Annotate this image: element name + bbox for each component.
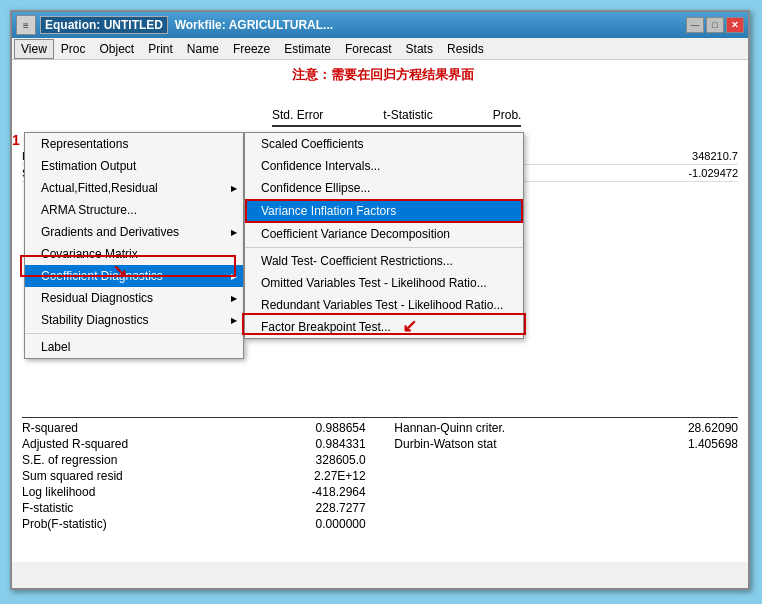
- menu-estimation-output[interactable]: Estimation Output: [25, 155, 243, 177]
- menu-confidence-intervals[interactable]: Confidence Intervals...: [245, 155, 523, 177]
- stats-section: R-squared0.988654 Adjusted R-squared0.98…: [22, 417, 738, 532]
- menu-stability-diagnostics[interactable]: Stability Diagnostics: [25, 309, 243, 331]
- menu-actual-fitted[interactable]: Actual,Fitted,Residual: [25, 177, 243, 199]
- menu-confidence-ellipse[interactable]: Confidence Ellipse...: [245, 177, 523, 199]
- menu-forecast[interactable]: Forecast: [338, 39, 399, 59]
- stats-right: Hannan-Quinn criter.28.62090 Durbin-Wats…: [394, 420, 738, 532]
- table-headers: Std. Error t-Statistic Prob.: [272, 108, 521, 127]
- menu-bar: View Proc Object Print Name Freeze Estim…: [12, 38, 748, 60]
- title-bar-title: Equation: UNTITLED Workfile: AGRICULTURA…: [40, 18, 686, 32]
- menu-view[interactable]: View: [14, 39, 54, 59]
- menu-vif[interactable]: Variance Inflation Factors: [245, 199, 523, 223]
- header-prob: Prob.: [493, 108, 522, 122]
- menu-label[interactable]: Label: [25, 336, 243, 358]
- step-2-arrow: ↘: [112, 260, 127, 282]
- coeff-diagnostics-submenu: Scaled Coefficients Confidence Intervals…: [244, 132, 524, 339]
- menu-representations[interactable]: Representations: [25, 133, 243, 155]
- restore-button[interactable]: □: [706, 17, 724, 33]
- menu-proc[interactable]: Proc: [54, 39, 93, 59]
- menu-covariance[interactable]: Covariance Matrix: [25, 243, 243, 265]
- menu-scaled-coefficients[interactable]: Scaled Coefficients: [245, 133, 523, 155]
- content-area: 注意：需要在回归方程结果界面 Std. Error t-Statistic Pr…: [12, 60, 748, 562]
- menu-factor-breakpoint[interactable]: Factor Breakpoint Test...: [245, 316, 523, 338]
- menu-omitted-variables[interactable]: Omitted Variables Test - Likelihood Rati…: [245, 272, 523, 294]
- close-button[interactable]: ✕: [726, 17, 744, 33]
- window-controls: — □ ✕: [686, 17, 744, 33]
- menu-resids[interactable]: Resids: [440, 39, 491, 59]
- view-dropdown: Representations Estimation Output Actual…: [24, 132, 244, 359]
- menu-stats[interactable]: Stats: [399, 39, 440, 59]
- menu-freeze[interactable]: Freeze: [226, 39, 277, 59]
- menu-coeff-diagnostics[interactable]: Coefficient Diagnostics: [25, 265, 243, 287]
- chinese-annotation: 注意：需要在回归方程结果界面: [292, 66, 474, 84]
- header-t-stat: t-Statistic: [383, 108, 432, 122]
- menu-object[interactable]: Object: [92, 39, 141, 59]
- title-bar: ≡ Equation: UNTITLED Workfile: AGRICULTU…: [12, 12, 748, 38]
- menu-redundant-variables[interactable]: Redundant Variables Test - Likelihood Ra…: [245, 294, 523, 316]
- step-1-label: 1: [12, 132, 20, 148]
- menu-wald-test[interactable]: Wald Test- Coefficient Restrictions...: [245, 250, 523, 272]
- menu-coeff-variance-decomp[interactable]: Coefficient Variance Decomposition: [245, 223, 523, 245]
- menu-arma[interactable]: ARMA Structure...: [25, 199, 243, 221]
- header-std-error: Std. Error: [272, 108, 323, 122]
- menu-residual-diagnostics[interactable]: Residual Diagnostics: [25, 287, 243, 309]
- menu-name[interactable]: Name: [180, 39, 226, 59]
- minimize-button[interactable]: —: [686, 17, 704, 33]
- menu-gradients[interactable]: Gradients and Derivatives: [25, 221, 243, 243]
- menu-estimate[interactable]: Estimate: [277, 39, 338, 59]
- step-3-arrow: ↙: [402, 315, 417, 337]
- stats-left: R-squared0.988654 Adjusted R-squared0.98…: [22, 420, 366, 532]
- menu-print[interactable]: Print: [141, 39, 180, 59]
- main-window: ≡ Equation: UNTITLED Workfile: AGRICULTU…: [10, 10, 750, 590]
- system-menu-icon[interactable]: ≡: [16, 15, 36, 35]
